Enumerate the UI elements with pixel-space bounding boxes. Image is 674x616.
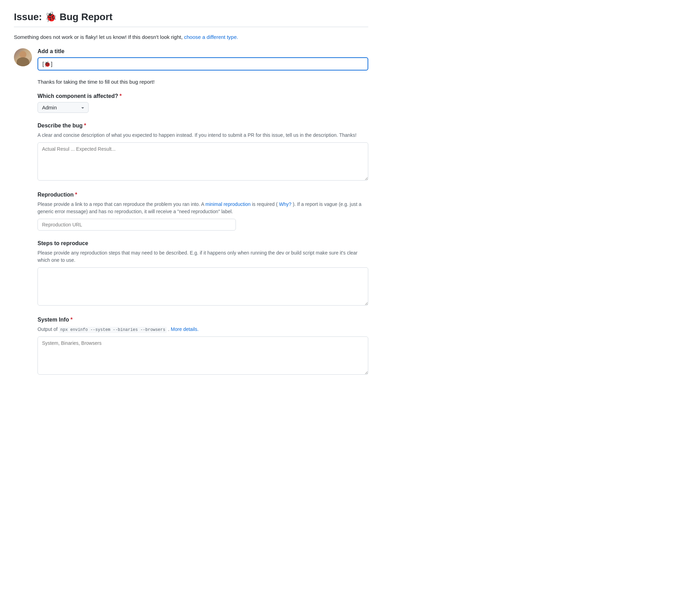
bug-description-textarea[interactable] xyxy=(38,142,368,181)
header-divider xyxy=(14,27,368,27)
title-section: Add a title xyxy=(38,48,368,70)
bug-description-section: Describe the bug* A clear and concise de… xyxy=(38,123,368,182)
subtitle-text: Something does not work or is flaky! let… xyxy=(14,34,183,40)
steps-textarea[interactable] xyxy=(38,267,368,306)
page-title: Issue: 🐞 Bug Report xyxy=(14,11,113,23)
bug-required-star: * xyxy=(84,123,86,128)
reproduction-required-star: * xyxy=(75,192,77,198)
component-select[interactable]: Admin Core CLI Plugin API Documentation … xyxy=(38,102,89,113)
author-section: Add a title xyxy=(14,48,368,70)
bug-description-label: Describe the bug* xyxy=(38,123,368,129)
why-link[interactable]: Why? xyxy=(279,201,293,207)
system-info-helper: Output of npx envinfo --system --binarie… xyxy=(38,326,368,333)
add-title-label: Add a title xyxy=(38,48,368,55)
subtitle-row: Something does not work or is flaky! let… xyxy=(14,34,368,40)
title-input[interactable] xyxy=(38,57,368,70)
system-info-code: npx envinfo --system --binaries --browse… xyxy=(59,327,166,333)
component-section: Which component is affected?* Admin Core… xyxy=(38,93,368,113)
steps-to-reproduce-section: Steps to reproduce Please provide any re… xyxy=(38,240,368,307)
thanks-text: Thanks for taking the time to fill out t… xyxy=(38,79,368,85)
reproduction-section: Reproduction* Please provide a link to a… xyxy=(38,192,368,231)
system-info-section: System Info* Output of npx envinfo --sys… xyxy=(38,317,368,376)
reproduction-helper: Please provide a link to a repo that can… xyxy=(38,201,368,215)
reproduction-url-input[interactable] xyxy=(38,219,236,231)
choose-different-type-link[interactable]: choose a different type. xyxy=(184,34,238,40)
bug-description-helper: A clear and concise description of what … xyxy=(38,132,368,139)
minimal-reproduction-link[interactable]: minimal reproduction xyxy=(205,201,252,207)
steps-label: Steps to reproduce xyxy=(38,240,368,247)
system-info-required-star: * xyxy=(71,317,73,323)
page-header: Issue: 🐞 Bug Report xyxy=(14,11,368,23)
system-info-textarea[interactable] xyxy=(38,336,368,375)
more-details-link[interactable]: More details. xyxy=(171,326,199,332)
component-label: Which component is affected?* xyxy=(38,93,368,99)
page-title-text: Issue: 🐞 Bug Report xyxy=(14,11,113,22)
steps-helper: Please provide any reproduction steps th… xyxy=(38,249,368,264)
system-info-label: System Info* xyxy=(38,317,368,323)
reproduction-label: Reproduction* xyxy=(38,192,368,198)
avatar xyxy=(14,48,32,66)
component-required-star: * xyxy=(120,93,122,99)
